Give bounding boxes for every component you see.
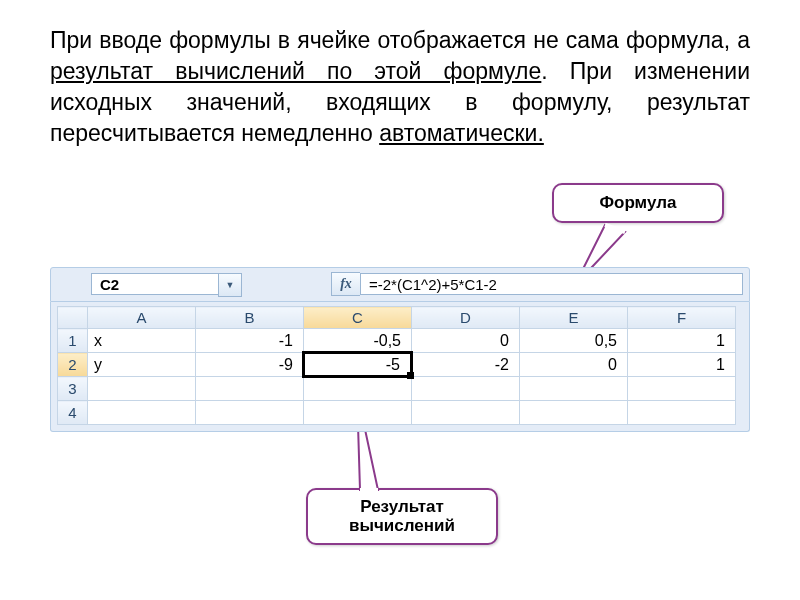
spreadsheet-grid[interactable]: A B C D E F 1 x -1 -0,5 0 0,5 1 2 — [57, 306, 736, 425]
row-header-4[interactable]: 4 — [58, 401, 88, 425]
formula-bar-input[interactable]: =-2*(C1^2)+5*C1-2 — [360, 273, 743, 295]
cell-C1[interactable]: -0,5 — [304, 329, 412, 353]
cell-C3[interactable] — [304, 377, 412, 401]
cell-A4[interactable] — [88, 401, 196, 425]
cell-D3[interactable] — [412, 377, 520, 401]
cell-D4[interactable] — [412, 401, 520, 425]
cell-A3[interactable] — [88, 377, 196, 401]
name-box-dropdown-icon[interactable]: ▼ — [218, 273, 242, 297]
cell-F2[interactable]: 1 — [628, 353, 736, 377]
row-header-3[interactable]: 3 — [58, 377, 88, 401]
cell-C4[interactable] — [304, 401, 412, 425]
fill-handle[interactable] — [407, 372, 414, 379]
cell-D1[interactable]: 0 — [412, 329, 520, 353]
cell-A1[interactable]: x — [88, 329, 196, 353]
cell-F1[interactable]: 1 — [628, 329, 736, 353]
callout-formula-label: Формула — [600, 193, 677, 212]
text-part-1: При вводе формулы в ячейке отображается … — [50, 27, 750, 53]
excel-screenshot: C2 ▼ fx =-2*(C1^2)+5*C1-2 A B C — [50, 267, 750, 432]
name-box[interactable]: C2 ▼ — [91, 273, 221, 295]
select-all-corner[interactable] — [58, 307, 88, 329]
text-underlined-1: результат вычислений по этой формуле — [50, 58, 541, 84]
cell-E3[interactable] — [520, 377, 628, 401]
row-header-1[interactable]: 1 — [58, 329, 88, 353]
col-header-A[interactable]: A — [88, 307, 196, 329]
formula-bar-text: =-2*(C1^2)+5*C1-2 — [369, 276, 497, 293]
cell-E2[interactable]: 0 — [520, 353, 628, 377]
col-header-B[interactable]: B — [196, 307, 304, 329]
fx-button[interactable]: fx — [331, 272, 360, 296]
col-header-D[interactable]: D — [412, 307, 520, 329]
grid-area: A B C D E F 1 x -1 -0,5 0 0,5 1 2 — [50, 302, 750, 432]
cell-D2[interactable]: -2 — [412, 353, 520, 377]
explanation-paragraph: При вводе формулы в ячейке отображается … — [50, 25, 750, 149]
name-box-value: C2 — [100, 276, 119, 293]
callout-result-line1: Результат — [360, 497, 444, 516]
cell-B1[interactable]: -1 — [196, 329, 304, 353]
formula-bar-area: C2 ▼ fx =-2*(C1^2)+5*C1-2 — [50, 267, 750, 302]
cell-B2[interactable]: -9 — [196, 353, 304, 377]
col-header-E[interactable]: E — [520, 307, 628, 329]
col-header-C[interactable]: C — [304, 307, 412, 329]
callout-formula: Формула — [552, 183, 724, 223]
cell-A2[interactable]: y — [88, 353, 196, 377]
cell-C2-active[interactable]: -5 — [304, 353, 412, 377]
fx-label: fx — [340, 276, 352, 292]
callout-result-line2: вычислений — [349, 516, 455, 535]
row-header-2[interactable]: 2 — [58, 353, 88, 377]
cell-F3[interactable] — [628, 377, 736, 401]
cell-E4[interactable] — [520, 401, 628, 425]
cell-B3[interactable] — [196, 377, 304, 401]
cell-B4[interactable] — [196, 401, 304, 425]
cell-E1[interactable]: 0,5 — [520, 329, 628, 353]
col-header-F[interactable]: F — [628, 307, 736, 329]
text-underlined-2: автоматически. — [379, 120, 544, 146]
callout-result: Результат вычислений — [306, 488, 498, 545]
cell-C2-value: -5 — [386, 356, 400, 374]
cell-F4[interactable] — [628, 401, 736, 425]
